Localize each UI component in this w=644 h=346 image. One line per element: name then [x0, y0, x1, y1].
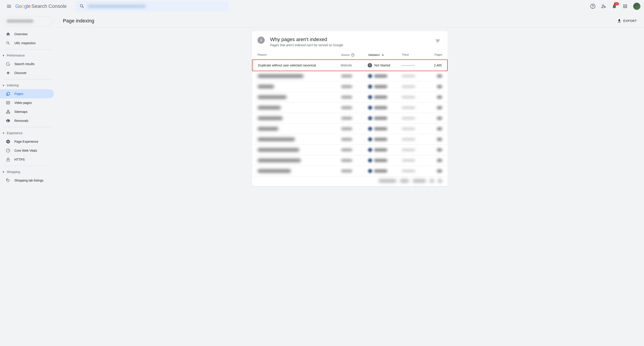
- sidebar-item-pages[interactable]: Pages: [0, 89, 54, 98]
- pagination-redacted: [430, 179, 434, 183]
- table-row[interactable]: [252, 92, 448, 103]
- search-input[interactable]: [76, 1, 228, 11]
- table-row[interactable]: [252, 166, 448, 176]
- sidebar: Overview URL inspection ▾ Performance Se…: [0, 12, 56, 193]
- column-validation[interactable]: Validation: [368, 53, 402, 57]
- table-row[interactable]: [252, 81, 448, 92]
- pages-icon: [6, 91, 11, 96]
- user-settings-button[interactable]: [599, 2, 608, 11]
- filter-button[interactable]: [433, 37, 442, 45]
- sidebar-item-sitemaps[interactable]: Sitemaps: [0, 107, 54, 116]
- sidebar-item-url-inspection[interactable]: URL inspection: [0, 39, 54, 48]
- cell-reason: Duplicate without user-selected canonica…: [258, 63, 341, 67]
- sidebar-item-label: Pages: [14, 92, 23, 96]
- account-avatar[interactable]: [633, 3, 640, 10]
- cell-trend-redacted: [402, 75, 415, 77]
- gauge-icon: [6, 148, 11, 153]
- table-row[interactable]: [252, 124, 448, 134]
- sidebar-section-indexing[interactable]: ▾ Indexing: [0, 81, 56, 89]
- sidebar-item-page-experience[interactable]: Page Experience: [0, 137, 54, 146]
- table-row[interactable]: [252, 145, 448, 155]
- pagination-redacted: [412, 179, 426, 183]
- sidebar-item-label: Page Experience: [14, 140, 38, 143]
- sidebar-item-overview[interactable]: Overview: [0, 30, 54, 39]
- column-trend[interactable]: Trend: [402, 53, 424, 57]
- header-actions: 73: [588, 2, 640, 11]
- sidebar-item-search-results[interactable]: Search results: [0, 59, 54, 68]
- svg-rect-6: [9, 112, 10, 113]
- sidebar-section-experience[interactable]: ▾ Experience: [0, 129, 56, 137]
- table-row[interactable]: [252, 113, 448, 124]
- sidebar-item-label: Search results: [14, 62, 34, 66]
- search-value-redacted: [88, 4, 146, 8]
- cell-source-redacted: [341, 106, 352, 109]
- hamburger-menu-button[interactable]: [4, 1, 14, 12]
- page-title: Page indexing: [63, 18, 94, 24]
- export-button[interactable]: EXPORT: [617, 19, 637, 23]
- product-name: Search Console: [32, 3, 67, 9]
- sidebar-section-shopping[interactable]: ▾ Shopping: [0, 168, 56, 176]
- info-icon: i: [258, 37, 265, 44]
- apps-button[interactable]: [621, 2, 630, 11]
- table-row[interactable]: [252, 71, 448, 81]
- cell-validation-redacted: [368, 169, 388, 173]
- sidebar-item-removals[interactable]: Removals: [0, 116, 54, 125]
- cell-reason-redacted: [258, 127, 278, 131]
- cell-validation-redacted: [368, 116, 388, 120]
- sidebar-item-shopping-tab-listings[interactable]: Shopping tab listings: [0, 176, 54, 185]
- arrow-down-icon: [381, 53, 385, 57]
- product-logo[interactable]: Google Search Console: [15, 3, 67, 9]
- table-row[interactable]: [252, 155, 448, 166]
- svg-rect-9: [7, 159, 10, 161]
- cell-validation-redacted: [368, 85, 388, 89]
- column-pages[interactable]: Pages: [424, 53, 442, 57]
- pagination-redacted: [438, 179, 442, 183]
- cell-reason-redacted: [258, 74, 304, 78]
- cell-source-redacted: [341, 74, 352, 78]
- svg-rect-2: [8, 92, 10, 95]
- cell-validation-redacted: [368, 148, 388, 152]
- property-selector[interactable]: [3, 16, 53, 26]
- cell-source-redacted: [341, 138, 352, 141]
- sidebar-item-label: Discover: [14, 71, 26, 75]
- cell-trend-redacted: [402, 107, 415, 109]
- notifications-button[interactable]: 73: [610, 2, 619, 11]
- sidebar-section-performance[interactable]: ▾ Performance: [0, 51, 56, 59]
- sidebar-item-https[interactable]: HTTPS: [0, 155, 54, 164]
- page-header: Page indexing EXPORT: [56, 12, 644, 28]
- svg-rect-5: [6, 112, 8, 113]
- tag-icon: [6, 178, 11, 183]
- help-button[interactable]: [588, 2, 597, 11]
- cell-reason-redacted: [258, 116, 283, 120]
- sidebar-item-core-web-vitals[interactable]: Core Web Vitals: [0, 146, 54, 155]
- caret-down-icon: ▾: [3, 54, 6, 57]
- column-source[interactable]: Source: [341, 53, 368, 57]
- card-subtitle: Pages that aren't indexed can't be serve…: [270, 43, 433, 47]
- cell-validation-redacted: [368, 137, 388, 141]
- column-reason[interactable]: Reason: [258, 53, 341, 57]
- table-row[interactable]: [252, 103, 448, 113]
- table-row-highlighted[interactable]: Duplicate without user-selected canonica…: [252, 59, 448, 71]
- search-icon: [79, 3, 85, 9]
- cell-trend: [401, 64, 424, 67]
- cell-trend-redacted: [402, 170, 415, 172]
- cell-reason-redacted: [258, 169, 291, 173]
- table-row[interactable]: [252, 134, 448, 145]
- cell-source-redacted: [341, 170, 352, 173]
- home-icon: [6, 31, 11, 37]
- cell-pages-redacted: [437, 106, 442, 109]
- sidebar-item-discover[interactable]: Discover: [0, 68, 54, 77]
- cell-trend-redacted: [402, 96, 415, 98]
- sidebar-item-label: HTTPS: [14, 158, 25, 161]
- cell-pages-redacted: [437, 117, 442, 120]
- cell-trend-redacted: [402, 149, 415, 151]
- property-name-redacted: [6, 19, 34, 23]
- cell-reason-redacted: [258, 138, 295, 141]
- svg-point-12: [353, 56, 353, 56]
- cell-trend-redacted: [402, 117, 415, 119]
- card-header: i Why pages aren't indexed Pages that ar…: [252, 31, 448, 50]
- google-logo-text: Google: [15, 3, 30, 9]
- sidebar-item-video-pages[interactable]: Video pages: [0, 98, 54, 107]
- indexing-reasons-card: i Why pages aren't indexed Pages that ar…: [252, 31, 448, 186]
- sidebar-item-label: Removals: [14, 119, 28, 123]
